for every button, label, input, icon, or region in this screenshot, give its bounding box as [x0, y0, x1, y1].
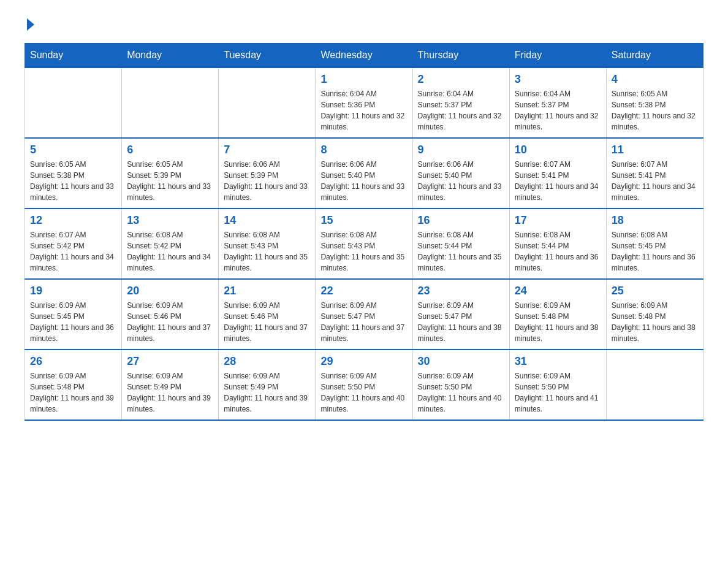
day-info: Sunrise: 6:08 AMSunset: 5:43 PMDaylight:…	[320, 229, 407, 274]
day-number: 2	[418, 73, 504, 86]
weekday-header-friday: Friday	[509, 44, 606, 68]
calendar-cell: 25Sunrise: 6:09 AMSunset: 5:48 PMDayligh…	[606, 279, 703, 350]
day-info: Sunrise: 6:09 AMSunset: 5:46 PMDaylight:…	[127, 300, 213, 344]
day-info: Sunrise: 6:05 AMSunset: 5:38 PMDaylight:…	[30, 159, 116, 203]
calendar-cell: 31Sunrise: 6:09 AMSunset: 5:50 PMDayligh…	[509, 350, 606, 420]
day-number: 3	[515, 73, 601, 86]
day-number: 30	[418, 355, 504, 368]
calendar-cell	[606, 350, 703, 420]
calendar-cell: 13Sunrise: 6:08 AMSunset: 5:42 PMDayligh…	[122, 209, 219, 279]
week-row-2: 5Sunrise: 6:05 AMSunset: 5:38 PMDaylight…	[25, 138, 703, 209]
day-number: 11	[612, 144, 698, 156]
calendar-cell: 30Sunrise: 6:09 AMSunset: 5:50 PMDayligh…	[412, 350, 509, 420]
calendar-cell: 6Sunrise: 6:05 AMSunset: 5:39 PMDaylight…	[122, 138, 219, 209]
day-number: 1	[320, 73, 407, 86]
weekday-header-row: SundayMondayTuesdayWednesdayThursdayFrid…	[25, 44, 703, 68]
day-info: Sunrise: 6:08 AMSunset: 5:42 PMDaylight:…	[127, 229, 213, 274]
day-info: Sunrise: 6:09 AMSunset: 5:49 PMDaylight:…	[127, 370, 213, 415]
calendar-cell: 12Sunrise: 6:07 AMSunset: 5:42 PMDayligh…	[25, 209, 122, 279]
week-row-1: 1Sunrise: 6:04 AMSunset: 5:36 PMDaylight…	[25, 67, 703, 138]
logo	[25, 18, 34, 31]
day-info: Sunrise: 6:07 AMSunset: 5:41 PMDaylight:…	[612, 159, 698, 203]
day-number: 18	[612, 214, 698, 227]
day-info: Sunrise: 6:09 AMSunset: 5:46 PMDaylight:…	[224, 300, 310, 344]
calendar-cell: 10Sunrise: 6:07 AMSunset: 5:41 PMDayligh…	[509, 138, 606, 209]
day-info: Sunrise: 6:09 AMSunset: 5:50 PMDaylight:…	[515, 370, 601, 415]
calendar-cell: 7Sunrise: 6:06 AMSunset: 5:39 PMDaylight…	[219, 138, 316, 209]
calendar-table: SundayMondayTuesdayWednesdayThursdayFrid…	[25, 43, 703, 421]
day-number: 4	[612, 73, 698, 86]
day-number: 5	[30, 144, 116, 156]
day-number: 17	[515, 214, 601, 227]
calendar-cell: 24Sunrise: 6:09 AMSunset: 5:48 PMDayligh…	[509, 279, 606, 350]
calendar-cell: 8Sunrise: 6:06 AMSunset: 5:40 PMDaylight…	[316, 138, 412, 209]
calendar-cell: 17Sunrise: 6:08 AMSunset: 5:44 PMDayligh…	[509, 209, 606, 279]
weekday-header-monday: Monday	[122, 44, 219, 68]
day-info: Sunrise: 6:06 AMSunset: 5:40 PMDaylight:…	[418, 159, 504, 203]
day-number: 28	[224, 355, 310, 368]
day-number: 31	[515, 355, 601, 368]
calendar-cell: 16Sunrise: 6:08 AMSunset: 5:44 PMDayligh…	[412, 209, 509, 279]
calendar-cell	[25, 67, 122, 138]
day-info: Sunrise: 6:08 AMSunset: 5:44 PMDaylight:…	[515, 229, 601, 274]
weekday-header-saturday: Saturday	[606, 44, 703, 68]
weekday-header-thursday: Thursday	[412, 44, 509, 68]
calendar-cell: 4Sunrise: 6:05 AMSunset: 5:38 PMDaylight…	[606, 67, 703, 138]
day-number: 20	[127, 285, 213, 297]
day-number: 22	[320, 285, 407, 297]
day-info: Sunrise: 6:08 AMSunset: 5:43 PMDaylight:…	[224, 229, 310, 274]
day-info: Sunrise: 6:06 AMSunset: 5:40 PMDaylight:…	[320, 159, 407, 203]
day-number: 23	[418, 285, 504, 297]
weekday-header-wednesday: Wednesday	[316, 44, 412, 68]
calendar-cell	[122, 67, 219, 138]
day-number: 9	[418, 144, 504, 156]
day-info: Sunrise: 6:04 AMSunset: 5:37 PMDaylight:…	[515, 88, 601, 132]
page-header	[25, 18, 703, 31]
logo-arrow-icon	[27, 18, 34, 31]
day-number: 24	[515, 285, 601, 297]
day-info: Sunrise: 6:09 AMSunset: 5:50 PMDaylight:…	[418, 370, 504, 415]
day-info: Sunrise: 6:09 AMSunset: 5:47 PMDaylight:…	[418, 300, 504, 344]
day-number: 19	[30, 285, 116, 297]
calendar-cell: 15Sunrise: 6:08 AMSunset: 5:43 PMDayligh…	[316, 209, 412, 279]
calendar-cell: 5Sunrise: 6:05 AMSunset: 5:38 PMDaylight…	[25, 138, 122, 209]
day-info: Sunrise: 6:06 AMSunset: 5:39 PMDaylight:…	[224, 159, 310, 203]
calendar-cell: 9Sunrise: 6:06 AMSunset: 5:40 PMDaylight…	[412, 138, 509, 209]
week-row-5: 26Sunrise: 6:09 AMSunset: 5:48 PMDayligh…	[25, 350, 703, 420]
calendar-cell: 20Sunrise: 6:09 AMSunset: 5:46 PMDayligh…	[122, 279, 219, 350]
calendar-cell: 29Sunrise: 6:09 AMSunset: 5:50 PMDayligh…	[316, 350, 412, 420]
day-info: Sunrise: 6:09 AMSunset: 5:50 PMDaylight:…	[320, 370, 407, 415]
day-number: 16	[418, 214, 504, 227]
calendar-cell: 21Sunrise: 6:09 AMSunset: 5:46 PMDayligh…	[219, 279, 316, 350]
day-info: Sunrise: 6:08 AMSunset: 5:45 PMDaylight:…	[612, 229, 698, 274]
day-info: Sunrise: 6:08 AMSunset: 5:44 PMDaylight:…	[418, 229, 504, 274]
calendar-cell: 26Sunrise: 6:09 AMSunset: 5:48 PMDayligh…	[25, 350, 122, 420]
weekday-header-tuesday: Tuesday	[219, 44, 316, 68]
day-number: 21	[224, 285, 310, 297]
day-number: 7	[224, 144, 310, 156]
calendar-cell: 18Sunrise: 6:08 AMSunset: 5:45 PMDayligh…	[606, 209, 703, 279]
day-info: Sunrise: 6:09 AMSunset: 5:45 PMDaylight:…	[30, 300, 116, 344]
day-info: Sunrise: 6:09 AMSunset: 5:48 PMDaylight:…	[515, 300, 601, 344]
calendar-cell: 19Sunrise: 6:09 AMSunset: 5:45 PMDayligh…	[25, 279, 122, 350]
day-number: 27	[127, 355, 213, 368]
day-info: Sunrise: 6:05 AMSunset: 5:38 PMDaylight:…	[612, 88, 698, 132]
day-number: 14	[224, 214, 310, 227]
calendar-cell: 22Sunrise: 6:09 AMSunset: 5:47 PMDayligh…	[316, 279, 412, 350]
weekday-header-sunday: Sunday	[25, 44, 122, 68]
day-number: 29	[320, 355, 407, 368]
day-number: 8	[320, 144, 407, 156]
day-info: Sunrise: 6:09 AMSunset: 5:47 PMDaylight:…	[320, 300, 407, 344]
logo-blue-text	[25, 18, 34, 31]
calendar-cell	[219, 67, 316, 138]
calendar-cell: 28Sunrise: 6:09 AMSunset: 5:49 PMDayligh…	[219, 350, 316, 420]
day-info: Sunrise: 6:09 AMSunset: 5:48 PMDaylight:…	[612, 300, 698, 344]
day-info: Sunrise: 6:07 AMSunset: 5:42 PMDaylight:…	[30, 229, 116, 274]
day-info: Sunrise: 6:09 AMSunset: 5:48 PMDaylight:…	[30, 370, 116, 415]
day-info: Sunrise: 6:04 AMSunset: 5:36 PMDaylight:…	[320, 88, 407, 132]
day-number: 10	[515, 144, 601, 156]
day-info: Sunrise: 6:09 AMSunset: 5:49 PMDaylight:…	[224, 370, 310, 415]
calendar-cell: 11Sunrise: 6:07 AMSunset: 5:41 PMDayligh…	[606, 138, 703, 209]
day-info: Sunrise: 6:04 AMSunset: 5:37 PMDaylight:…	[418, 88, 504, 132]
calendar-cell: 27Sunrise: 6:09 AMSunset: 5:49 PMDayligh…	[122, 350, 219, 420]
